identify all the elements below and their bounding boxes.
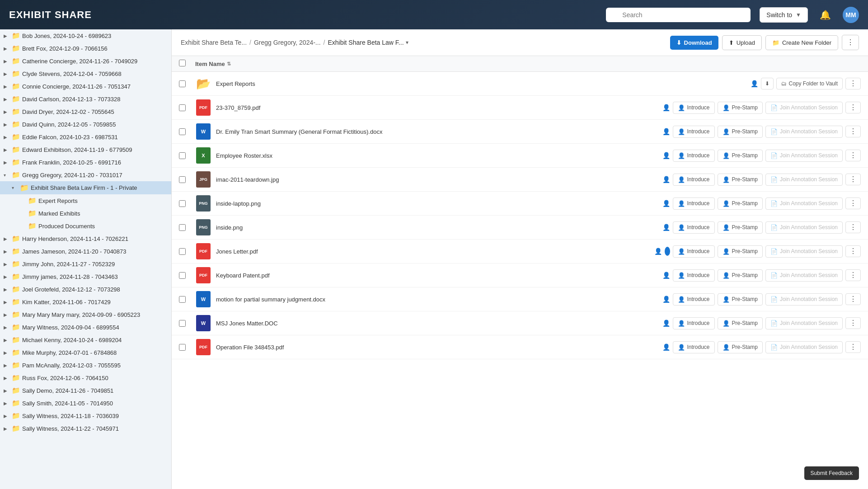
pre-stamp-button[interactable]: 👤 Pre-Stamp	[718, 341, 763, 353]
join-session-button[interactable]: 📄 Join Annotation Session	[765, 317, 843, 329]
sidebar-item-gregg[interactable]: ▾📁Gregg Gregory, 2024-11-20 - 7031017	[0, 169, 171, 181]
row-more-button[interactable]: ⋮	[845, 126, 861, 137]
share-icon[interactable]: 👤	[662, 343, 670, 351]
notification-button[interactable]: 🔔	[817, 7, 834, 23]
sidebar-item-exhibit-share-beta[interactable]: ▾📁Exhibit Share Beta Law Firm - 1 - Priv…	[0, 181, 171, 194]
pre-stamp-button[interactable]: 👤 Pre-Stamp	[718, 245, 763, 258]
sidebar-item-david-c[interactable]: ▶📁David Carlson, 2024-12-13 - 7073328	[0, 93, 171, 105]
share-icon[interactable]: 👤	[662, 176, 670, 183]
join-session-button[interactable]: 📄 Join Annotation Session	[765, 245, 843, 258]
pre-stamp-button[interactable]: 👤 Pre-Stamp	[718, 269, 763, 282]
sidebar-item-mike[interactable]: ▶📁Mike Murphy, 2024-07-01 - 6784868	[0, 346, 171, 359]
row-checkbox[interactable]	[179, 224, 186, 231]
upload-button[interactable]: ⬆ Upload	[722, 35, 762, 50]
share-icon[interactable]: 👤	[662, 104, 670, 111]
switch-to-button[interactable]: Switch to ▼	[760, 7, 808, 23]
row-more-button[interactable]: ⋮	[845, 269, 861, 281]
introduce-button[interactable]: 👤 Introduce	[673, 102, 715, 114]
sidebar-item-bob[interactable]: ▶📁Bob Jones, 2024-10-24 - 6989623	[0, 29, 171, 42]
sidebar-item-eddie[interactable]: ▶📁Eddie Falcon, 2024-10-23 - 6987531	[0, 131, 171, 143]
row-more-button[interactable]: ⋮	[845, 78, 861, 89]
sidebar-item-pam[interactable]: ▶📁Pam McAnally, 2024-12-03 - 7055595	[0, 359, 171, 371]
sidebar-item-david-q[interactable]: ▶📁David Quinn, 2024-12-05 - 7059855	[0, 118, 171, 131]
row-checkbox[interactable]	[179, 320, 186, 327]
join-session-button[interactable]: 📄 Join Annotation Session	[765, 293, 843, 306]
join-session-button[interactable]: 📄 Join Annotation Session	[765, 197, 843, 210]
sidebar-item-connie[interactable]: ▶📁Connie Concierge, 2024-11-26 - 7051347	[0, 80, 171, 93]
sidebar-item-mary-mary[interactable]: ▶📁Mary Mary Mary mary, 2024-09-09 - 6905…	[0, 308, 171, 321]
share-icon[interactable]: 👤	[654, 248, 662, 255]
share-icon[interactable]: 👤	[751, 80, 758, 87]
sidebar-item-david-d[interactable]: ▶📁David Dryer, 2024-12-02 - 7055645	[0, 105, 171, 118]
sort-icon[interactable]: ⇅	[227, 61, 231, 67]
row-more-button[interactable]: ⋮	[845, 150, 861, 161]
introduce-button[interactable]: 👤 Introduce	[673, 221, 715, 234]
download-button[interactable]: ⬇ Download	[670, 36, 718, 50]
row-checkbox[interactable]	[179, 200, 186, 207]
sidebar-item-harry[interactable]: ▶📁Harry Henderson, 2024-11-14 - 7026221	[0, 232, 171, 245]
download-folder-button[interactable]: ⬇	[761, 78, 774, 89]
join-session-button[interactable]: 📄 Join Annotation Session	[765, 150, 843, 162]
pre-stamp-button[interactable]: 👤 Pre-Stamp	[718, 293, 763, 306]
sidebar-item-marked-exhibits[interactable]: ▶📁Marked Exhibits	[0, 207, 171, 220]
breadcrumb-part-2[interactable]: Gregg Gregory, 2024-...	[254, 39, 321, 46]
pre-stamp-button[interactable]: 👤 Pre-Stamp	[718, 197, 763, 210]
sidebar-item-russ[interactable]: ▶📁Russ Fox, 2024-12-06 - 7064150	[0, 371, 171, 384]
sidebar-item-jimmy-james[interactable]: ▶📁Jimmy james, 2024-11-28 - 7043463	[0, 270, 171, 283]
new-folder-button[interactable]: 📁 Create New Folder	[765, 35, 838, 50]
introduce-button[interactable]: 👤 Introduce	[673, 245, 715, 258]
pre-stamp-button[interactable]: 👤 Pre-Stamp	[718, 317, 763, 329]
row-checkbox[interactable]	[179, 80, 186, 87]
row-checkbox[interactable]	[179, 296, 186, 303]
introduce-button[interactable]: 👤 Introduce	[673, 341, 715, 353]
breadcrumb-current[interactable]: Exhibit Share Beta Law F... ▾	[328, 39, 408, 46]
pre-stamp-button[interactable]: 👤 Pre-Stamp	[718, 221, 763, 234]
pre-stamp-button[interactable]: 👤 Pre-Stamp	[718, 126, 763, 138]
row-more-button[interactable]: ⋮	[845, 102, 861, 113]
sidebar-item-sally-22[interactable]: ▶📁Sally Witness, 2024-11-22 - 7045971	[0, 422, 171, 435]
row-checkbox[interactable]	[179, 104, 186, 111]
breadcrumb-part-1[interactable]: Exhibit Share Beta Te...	[181, 39, 247, 46]
submit-feedback-button[interactable]: Submit Feedback	[804, 466, 859, 480]
share-icon[interactable]: 👤	[662, 320, 670, 327]
pre-stamp-button[interactable]: 👤 Pre-Stamp	[718, 174, 763, 186]
join-session-button[interactable]: 📄 Join Annotation Session	[765, 269, 843, 282]
row-checkbox[interactable]	[179, 248, 186, 255]
sidebar-item-edward[interactable]: ▶📁Edward Exhibitson, 2024-11-19 - 677950…	[0, 143, 171, 156]
introduce-button[interactable]: 👤 Introduce	[673, 317, 715, 329]
join-session-button[interactable]: 📄 Join Annotation Session	[765, 126, 843, 138]
sidebar-item-frank[interactable]: ▶📁Frank Franklin, 2024-10-25 - 6991716	[0, 156, 171, 169]
row-checkbox[interactable]	[179, 128, 186, 135]
row-more-button[interactable]: ⋮	[845, 317, 861, 329]
share-icon[interactable]: 👤	[662, 296, 670, 303]
join-session-button[interactable]: 📄 Join Annotation Session	[765, 341, 843, 353]
introduce-button[interactable]: 👤 Introduce	[673, 150, 715, 162]
row-checkbox[interactable]	[179, 176, 186, 183]
share-icon[interactable]: 👤	[662, 128, 670, 135]
sidebar-item-sally-smith[interactable]: ▶📁Sally Smith, 2024-11-05 - 7014950	[0, 397, 171, 409]
introduce-button[interactable]: 👤 Introduce	[673, 269, 715, 282]
sidebar-item-mary-witness[interactable]: ▶📁Mary Witness, 2024-09-04 - 6899554	[0, 321, 171, 334]
pre-stamp-button[interactable]: 👤 Pre-Stamp	[718, 150, 763, 162]
sidebar-item-brett[interactable]: ▶📁Brett Fox, 2024-12-09 - 7066156	[0, 42, 171, 55]
row-more-button[interactable]: ⋮	[845, 174, 861, 185]
introduce-button[interactable]: 👤 Introduce	[673, 197, 715, 210]
share-icon[interactable]: 👤	[662, 224, 670, 231]
row-more-button[interactable]: ⋮	[845, 245, 861, 257]
row-more-button[interactable]: ⋮	[845, 221, 861, 233]
join-session-button[interactable]: 📄 Join Annotation Session	[765, 221, 843, 234]
select-all-checkbox[interactable]	[179, 60, 186, 66]
introduce-button[interactable]: 👤 Introduce	[673, 174, 715, 186]
sidebar-item-jimmy-john[interactable]: ▶📁Jimmy John, 2024-11-27 - 7052329	[0, 258, 171, 270]
sidebar-item-produced-documents[interactable]: ▶📁Produced Documents	[0, 220, 171, 232]
row-more-button[interactable]: ⋮	[845, 197, 861, 209]
sidebar-item-joel[interactable]: ▶📁Joel Grotefeld, 2024-12-12 - 7073298	[0, 283, 171, 296]
join-session-button[interactable]: 📄 Join Annotation Session	[765, 102, 843, 114]
sidebar-item-clyde[interactable]: ▶📁Clyde Stevens, 2024-12-04 - 7059668	[0, 67, 171, 80]
sidebar-item-kim[interactable]: ▶📁Kim Katter, 2024-11-06 - 7017429	[0, 296, 171, 308]
share-icon[interactable]: 👤	[662, 272, 670, 279]
introduce-button[interactable]: 👤 Introduce	[673, 293, 715, 306]
pre-stamp-button[interactable]: 👤 Pre-Stamp	[718, 102, 763, 114]
row-more-button[interactable]: ⋮	[845, 293, 861, 305]
share-icon[interactable]: 👤	[662, 152, 670, 159]
